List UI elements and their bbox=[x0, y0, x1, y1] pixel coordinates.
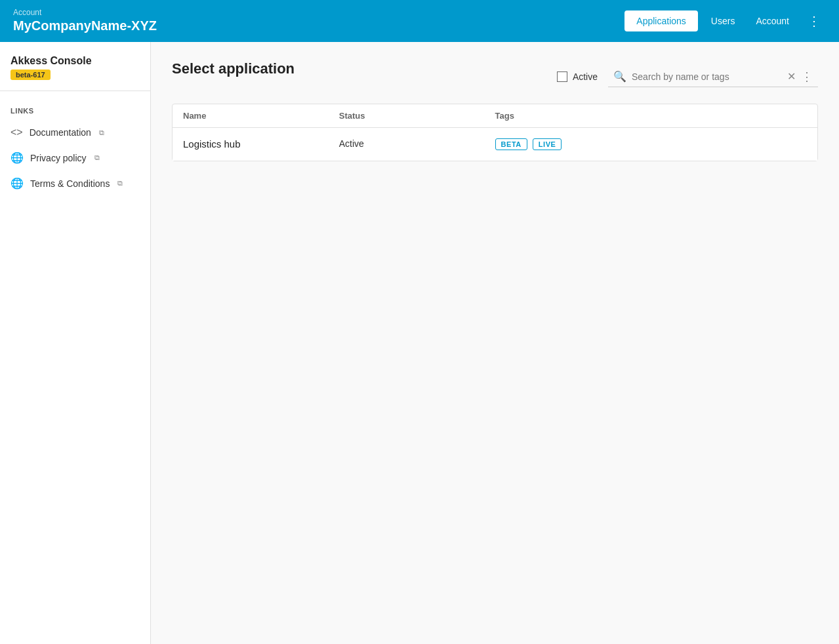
documentation-label: Documentation bbox=[30, 127, 91, 138]
search-input[interactable] bbox=[632, 71, 782, 82]
search-more-button[interactable]: ⋮ bbox=[801, 70, 813, 84]
applications-table: Name Status Tags Logistics hub Active BE… bbox=[172, 104, 818, 161]
applications-button[interactable]: Applications bbox=[624, 10, 698, 31]
table-header: Name Status Tags bbox=[173, 104, 817, 128]
sidebar: Akkess Console beta-617 LINKS <> Documen… bbox=[0, 42, 151, 644]
header-nav: Applications Users Account ⋮ bbox=[624, 10, 826, 31]
globe-icon-2: 🌐 bbox=[10, 177, 24, 190]
terms-label: Terms & Conditions bbox=[30, 178, 110, 189]
content-area: Select application Active 🔍 ✕ ⋮ Name bbox=[151, 42, 839, 644]
header-left: Account MyCompanyName-XYZ bbox=[13, 8, 157, 34]
active-checkbox[interactable] bbox=[557, 71, 567, 82]
page-title: Select application bbox=[172, 60, 295, 77]
col-header-status: Status bbox=[339, 111, 495, 121]
active-filter: Active bbox=[557, 71, 598, 82]
header: Account MyCompanyName-XYZ Applications U… bbox=[0, 0, 839, 42]
account-label: Account bbox=[13, 8, 157, 17]
company-name: MyCompanyName-XYZ bbox=[13, 17, 157, 34]
code-icon: <> bbox=[10, 127, 23, 138]
header-more-button[interactable]: ⋮ bbox=[802, 10, 826, 31]
users-button[interactable]: Users bbox=[703, 12, 743, 30]
external-link-icon: ⧉ bbox=[99, 129, 104, 137]
tag-beta: BETA bbox=[495, 138, 527, 150]
active-filter-label: Active bbox=[573, 71, 598, 82]
external-link-icon-3: ⧉ bbox=[117, 179, 123, 188]
sidebar-item-terms[interactable]: 🌐 Terms & Conditions ⧉ bbox=[0, 171, 150, 196]
search-clear-button[interactable]: ✕ bbox=[787, 70, 796, 83]
table-row[interactable]: Logistics hub Active BETA LIVE bbox=[173, 128, 817, 161]
sidebar-item-privacy[interactable]: 🌐 Privacy policy ⧉ bbox=[0, 145, 150, 171]
globe-icon: 🌐 bbox=[10, 151, 24, 164]
controls-row: Select application Active 🔍 ✕ ⋮ bbox=[172, 60, 818, 93]
tag-live: LIVE bbox=[533, 138, 562, 150]
external-link-icon-2: ⧉ bbox=[94, 153, 100, 162]
privacy-label: Privacy policy bbox=[30, 153, 87, 163]
search-container: 🔍 ✕ ⋮ bbox=[608, 67, 818, 87]
search-icon: 🔍 bbox=[613, 70, 626, 83]
col-header-name: Name bbox=[183, 111, 339, 121]
filter-controls: Active 🔍 ✕ ⋮ bbox=[557, 67, 818, 87]
account-button[interactable]: Account bbox=[748, 12, 797, 30]
app-status: Active bbox=[339, 138, 495, 150]
main-layout: Akkess Console beta-617 LINKS <> Documen… bbox=[0, 42, 839, 644]
app-name: Logistics hub bbox=[183, 138, 339, 150]
app-tags: BETA LIVE bbox=[495, 138, 808, 150]
beta-badge: beta-617 bbox=[10, 70, 51, 80]
links-section-label: LINKS bbox=[0, 102, 150, 120]
sidebar-item-documentation[interactable]: <> Documentation ⧉ bbox=[0, 120, 150, 145]
col-header-tags: Tags bbox=[495, 111, 808, 121]
sidebar-brand: Akkess Console beta-617 bbox=[0, 55, 150, 91]
brand-title: Akkess Console bbox=[10, 55, 140, 67]
